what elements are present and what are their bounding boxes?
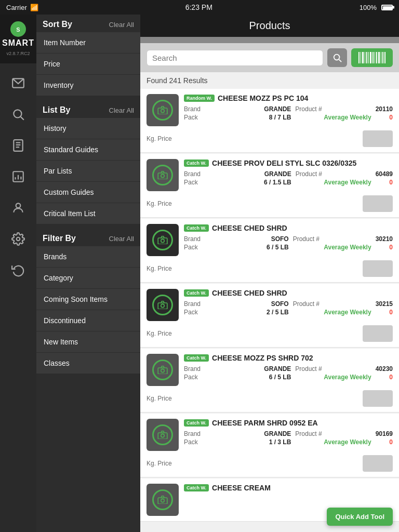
sidebar-item-new-items[interactable]: New Items <box>36 331 140 352</box>
results-count: Found 241 Results <box>140 72 399 89</box>
product-list: Random W. CHEESE MOZZ PS PC 104 Brand GR… <box>140 89 399 532</box>
product-info: Catch W. CHEESE PROV DELI STYL SLC 0326/… <box>184 159 393 186</box>
search-input[interactable] <box>152 54 317 62</box>
svg-rect-29 <box>382 52 383 63</box>
battery-percent: 100% <box>360 4 377 11</box>
pack-label: Pack <box>184 374 260 381</box>
sort-by-clear[interactable]: Clear All <box>109 21 134 29</box>
product-name: CHEESE CREAM <box>212 484 271 492</box>
sidebar-item-coming-soon[interactable]: Coming Soon Items <box>36 289 140 310</box>
product-header: Catch W. CHEESE CHED SHRD Brand SOFO Pro… <box>147 289 393 321</box>
brand-value: GRANDE <box>264 170 291 178</box>
product-num-value: 60489 <box>376 170 393 178</box>
nav-settings[interactable] <box>0 223 36 255</box>
product-info: Random W. CHEESE MOZZ PS PC 104 Brand GR… <box>184 94 393 121</box>
product-thumbnail <box>147 159 179 191</box>
sidebar-item-inventory[interactable]: Inventory <box>36 75 140 96</box>
quantity-box[interactable] <box>363 130 393 147</box>
product-tag: Catch W. <box>184 224 209 232</box>
product-name: CHEESE MOZZ PS SHRD 702 <box>212 354 313 362</box>
camera-svg <box>157 106 168 114</box>
product-name-row: Catch W. CHEESE CHED SHRD <box>184 289 393 297</box>
product-card-0[interactable]: Random W. CHEESE MOZZ PS PC 104 Brand GR… <box>140 89 399 153</box>
product-thumbnail <box>147 289 179 321</box>
avg-weekly-value: Average Weekly <box>296 179 371 186</box>
camera-icon <box>152 360 173 380</box>
svg-rect-25 <box>375 52 375 63</box>
quantity-box[interactable] <box>363 325 393 342</box>
barcode-scan-button[interactable] <box>351 48 393 67</box>
nav-history[interactable] <box>0 255 36 286</box>
list-by-clear[interactable]: Clear All <box>109 107 134 114</box>
sidebar-item-custom-guides[interactable]: Custom Guides <box>36 182 140 203</box>
product-info: Catch W. CHEESE CHED SHRD Brand SOFO Pro… <box>184 224 393 251</box>
svg-point-36 <box>161 239 164 242</box>
barcode-icon <box>358 52 385 63</box>
product-card-1[interactable]: Catch W. CHEESE PROV DELI STYL SLC 0326/… <box>140 154 399 218</box>
sidebar-item-history[interactable]: History <box>36 118 140 139</box>
weekly-num-value: 0 <box>376 374 393 381</box>
pack-value: 6 / 1.5 LB <box>264 179 291 186</box>
svg-point-14 <box>17 237 20 241</box>
svg-point-15 <box>334 55 340 60</box>
search-button[interactable] <box>327 48 347 67</box>
nav-reports[interactable] <box>0 161 36 192</box>
icon-bar-top: S SMART v2.8.7.RC2 <box>0 15 36 63</box>
product-card-4[interactable]: Catch W. CHEESE MOZZ PS SHRD 702 Brand G… <box>140 349 399 413</box>
svg-text:S: S <box>16 26 20 33</box>
sidebar-item-category[interactable]: Category <box>36 268 140 288</box>
kg-price-label: Kg. Price <box>147 265 172 272</box>
sidebar-item-item-number[interactable]: Item Number <box>36 32 140 53</box>
product-thumbnail <box>147 484 179 516</box>
nav-search[interactable] <box>0 99 36 130</box>
product-num-value: 30210 <box>376 235 393 243</box>
quantity-box[interactable] <box>363 195 393 212</box>
camera-icon <box>152 424 173 445</box>
nav-mail[interactable] <box>0 68 36 99</box>
brand-value: SOFO <box>267 300 289 308</box>
sidebar-item-standard-guides[interactable]: Standard Guides <box>36 139 140 160</box>
search-icon <box>11 108 25 121</box>
status-bar: Carrier 📶 6:23 PM 100% <box>0 0 399 15</box>
camera-icon <box>152 165 173 185</box>
filter-by-header: Filter By Clear All <box>36 229 140 246</box>
filter-by-clear[interactable]: Clear All <box>109 235 134 243</box>
product-num-value: 30215 <box>376 300 393 308</box>
quantity-box[interactable] <box>363 390 393 407</box>
carrier-text: Carrier <box>6 4 27 11</box>
sidebar-item-classes[interactable]: Classes <box>36 353 140 374</box>
sidebar-item-par-lists[interactable]: Par Lists <box>36 161 140 181</box>
svg-rect-19 <box>362 52 364 63</box>
gear-icon <box>11 232 25 246</box>
nav-user[interactable] <box>0 192 36 223</box>
list-by-title: List By <box>43 105 70 115</box>
product-tag: Catch W. <box>184 354 209 362</box>
sidebar-item-brands[interactable]: Brands <box>36 246 140 267</box>
pack-label: Pack <box>184 114 260 121</box>
quick-add-tool-button[interactable]: Quick Add Tool <box>327 508 393 526</box>
product-card-3[interactable]: Catch W. CHEESE CHED SHRD Brand SOFO Pro… <box>140 284 399 348</box>
svg-rect-23 <box>370 52 371 63</box>
sort-by-header: Sort By Clear All <box>36 15 140 32</box>
notes-icon <box>11 139 25 152</box>
product-num-label: Product # <box>295 430 371 437</box>
avg-weekly-value: Average Weekly <box>295 114 371 121</box>
quantity-box[interactable] <box>363 260 393 277</box>
quantity-box[interactable] <box>363 455 393 472</box>
product-name: CHEESE MOZZ PS PC 104 <box>218 94 308 102</box>
product-tag: Catch W. <box>184 289 209 297</box>
reports-icon <box>11 170 25 183</box>
status-right: 100% <box>360 4 393 11</box>
search-input-wrap[interactable] <box>147 50 323 66</box>
sidebar-item-critical-item-list[interactable]: Critical Item List <box>36 203 140 224</box>
product-num-value: 20110 <box>376 105 393 113</box>
nav-notes[interactable] <box>0 130 36 161</box>
wifi-icon: 📶 <box>30 4 38 11</box>
sidebar-item-price[interactable]: Price <box>36 54 140 74</box>
mail-icon <box>11 76 25 90</box>
product-name: CHEESE PROV DELI STYL SLC 0326/0325 <box>212 159 356 167</box>
sidebar-item-discontinued[interactable]: Discontinued <box>36 310 140 331</box>
product-card-5[interactable]: Catch W. CHEESE PARM SHRD 0952 EA Brand … <box>140 414 399 477</box>
product-card-2[interactable]: Catch W. CHEESE CHED SHRD Brand SOFO Pro… <box>140 219 399 283</box>
page-title: Products <box>249 20 290 32</box>
